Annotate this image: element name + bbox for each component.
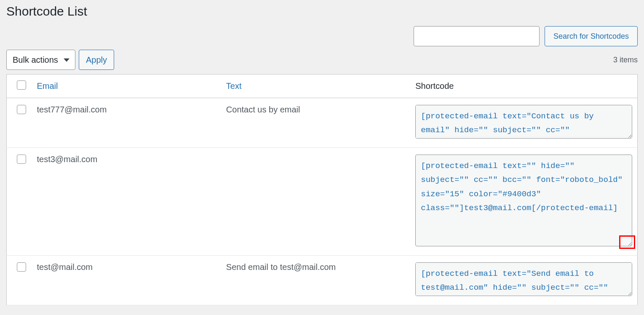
row-checkbox[interactable] [17, 105, 26, 114]
table-row: test@mail.com Send email to test@mail.co… [7, 256, 638, 305]
row-text [221, 148, 410, 256]
search-shortcodes-button[interactable]: Search for Shortcodes [545, 26, 638, 46]
row-shortcode-cell [410, 256, 637, 305]
items-count: 3 items [613, 56, 638, 64]
row-shortcode-cell [410, 98, 637, 148]
header-checkbox-cell [7, 75, 32, 98]
header-email: Email [32, 75, 221, 98]
controls-left: Bulk actions Apply [6, 50, 114, 70]
row-text: Contact us by email [221, 98, 410, 148]
shortcode-textarea[interactable] [415, 105, 632, 139]
row-email: test777@mail.com [32, 98, 221, 148]
page-title: Shortcode List [6, 4, 638, 19]
row-shortcode-cell [410, 148, 637, 256]
bulk-actions-select[interactable]: Bulk actions [6, 50, 75, 70]
header-shortcode: Shortcode [410, 75, 637, 98]
bulk-select-wrapper: Bulk actions [6, 50, 75, 70]
resize-handle-highlight [619, 235, 635, 249]
row-email: test3@mail.com [32, 148, 221, 256]
search-row: Search for Shortcodes [6, 26, 638, 46]
controls-row: Bulk actions Apply 3 items [6, 50, 638, 70]
row-text: Send email to test@mail.com [221, 256, 410, 305]
search-input[interactable] [414, 26, 540, 46]
shortcode-textarea[interactable] [415, 155, 632, 246]
table-row: test3@mail.com [7, 148, 638, 256]
apply-button[interactable]: Apply [79, 50, 114, 70]
sort-text-link[interactable]: Text [226, 81, 242, 91]
header-text: Text [221, 75, 410, 98]
table-body: test777@mail.com Contact us by email tes… [7, 98, 638, 305]
select-all-checkbox[interactable] [17, 80, 26, 90]
row-checkbox[interactable] [17, 262, 26, 272]
shortcode-textarea[interactable] [415, 262, 632, 296]
table-header-row: Email Text Shortcode [7, 75, 638, 98]
row-email: test@mail.com [32, 256, 221, 305]
table-row: test777@mail.com Contact us by email [7, 98, 638, 148]
row-checkbox[interactable] [17, 155, 26, 164]
shortcode-table: Email Text Shortcode test777@mail.com Co… [6, 74, 638, 305]
sort-email-link[interactable]: Email [37, 81, 58, 91]
